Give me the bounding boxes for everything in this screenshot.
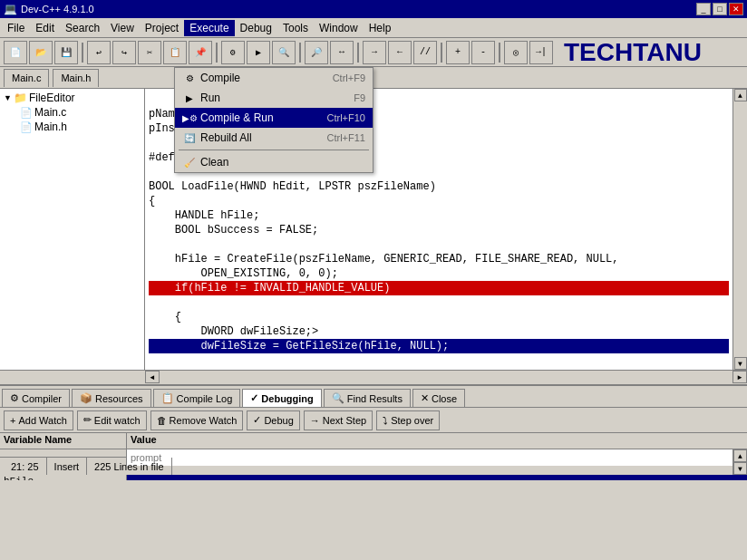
run-menu-item[interactable]: ▶ Run F9 (175, 88, 373, 108)
rebuild-icon: 🔄 (182, 130, 197, 145)
scroll-right[interactable]: ► (732, 371, 747, 383)
compile-button[interactable]: ⚙ (221, 41, 245, 64)
remove-watch-button[interactable]: 🗑 Remove Watch (150, 410, 244, 430)
maximize-button[interactable]: □ (713, 3, 727, 15)
unindent-button[interactable]: ← (388, 41, 412, 64)
debug-run-label: Debug (264, 415, 293, 426)
minimize-button[interactable]: _ (696, 3, 711, 15)
code-line-6: BOOL LoadFile(HWND hEdit, LPSTR pszFileN… (149, 180, 436, 193)
undo-button[interactable]: ↩ (87, 41, 111, 64)
indent-button[interactable]: → (363, 41, 386, 64)
menu-tools[interactable]: Tools (277, 20, 314, 36)
cut-button[interactable]: ✂ (138, 41, 161, 64)
run-button[interactable]: ▶ (247, 41, 270, 64)
menu-view[interactable]: View (105, 20, 140, 36)
hscrollbar: ◄ ► (0, 370, 747, 384)
save-button[interactable]: 💾 (54, 41, 78, 64)
paste-button[interactable]: 📌 (189, 41, 212, 64)
app-window: 💻 Dev-C++ 4.9.1.0 _ □ ✕ File Edit Search… (0, 0, 747, 560)
watch-scroll-up[interactable]: ▲ (733, 449, 747, 462)
file-tabs-bar: Main.c Main.h (0, 67, 747, 89)
redo-button[interactable]: ↪ (112, 41, 136, 64)
edit-watch-button[interactable]: ✏ Edit watch (77, 410, 147, 430)
watch-col-value-header: Value (127, 433, 732, 449)
debugging-icon: ✓ (250, 392, 258, 404)
expand-icon: ▼ (4, 93, 12, 102)
compile-run-menu-item[interactable]: ▶⚙ Compile & Run Ctrl+F10 (175, 108, 373, 128)
code-line-14: { (149, 311, 181, 323)
scroll-up[interactable]: ▲ (734, 89, 747, 101)
zoom-in-button[interactable]: + (446, 41, 470, 64)
hscroll-track[interactable]: ◄ ► (145, 371, 747, 384)
tab-compiler[interactable]: ⚙ Compiler (2, 389, 70, 407)
toggle-button[interactable]: ◎ (504, 41, 528, 64)
add-watch-label: Add Watch (18, 415, 66, 426)
watch-var-value (127, 475, 747, 480)
hscroll-sidebar-space (0, 371, 145, 384)
copy-button[interactable]: 📋 (163, 41, 187, 64)
code-line-15: DWORD dwFileSize;> (149, 325, 318, 338)
menu-file[interactable]: File (2, 20, 30, 36)
menu-project[interactable]: Project (140, 20, 184, 36)
comment-button[interactable]: // (413, 41, 437, 64)
watch-scroll-down[interactable]: ▼ (733, 462, 747, 475)
watch-value-input[interactable] (127, 449, 732, 466)
menu-execute[interactable]: Execute (184, 20, 234, 36)
code-vscrollbar[interactable]: ▲ ▼ (732, 89, 747, 370)
new-button[interactable]: 📄 (4, 41, 27, 64)
remove-watch-icon: 🗑 (157, 415, 167, 426)
status-mode: Insert (47, 458, 88, 475)
clean-menu-item[interactable]: 🧹 Clean (175, 152, 373, 172)
clean-icon: 🧹 (182, 155, 197, 169)
menu-separator (179, 150, 369, 150)
close-button[interactable]: ✕ (729, 3, 743, 15)
tab-resources[interactable]: 📦 Resources (72, 389, 151, 407)
replace-button[interactable]: ↔ (330, 41, 354, 64)
menu-window[interactable]: Window (314, 20, 364, 36)
menu-debug[interactable]: Debug (235, 20, 277, 36)
close-tab-label: Close (432, 393, 457, 404)
code-line-9: BOOL bSuccess = FALSE; (149, 224, 318, 237)
file-icon-mainh: 📄 (20, 121, 33, 133)
compile-run-label: Compile & Run (200, 111, 274, 124)
sidebar-mainc[interactable]: 📄 Main.c (2, 105, 142, 120)
close-tab-icon: ✕ (421, 392, 429, 404)
menu-help[interactable]: Help (364, 20, 397, 36)
tab-debugging[interactable]: ✓ Debugging (242, 389, 321, 407)
sidebar-mainh[interactable]: 📄 Main.h (2, 120, 142, 134)
next-step-button[interactable]: → Next Step (304, 410, 373, 430)
open-button[interactable]: 📂 (29, 41, 53, 64)
sidebar-fileeditor[interactable]: ▼ 📁 FileEditor (2, 91, 142, 105)
file-tab-mainc[interactable]: Main.c (4, 69, 49, 87)
watermark: TECHTANU (564, 38, 702, 67)
menu-search[interactable]: Search (60, 20, 105, 36)
debug-run-button[interactable]: ✓ Debug (247, 410, 299, 430)
rebuild-shortcut: Ctrl+F11 (327, 132, 366, 143)
tab-find-results[interactable]: 🔍 Find Results (324, 389, 411, 407)
file-tab-mainh[interactable]: Main.h (53, 69, 99, 87)
add-watch-button[interactable]: + Add Watch (4, 410, 73, 430)
watch-vscroll[interactable]: ▲ ▼ (732, 449, 747, 475)
scroll-left[interactable]: ◄ (145, 371, 160, 383)
compile-menu-item[interactable]: ⚙ Compile Ctrl+F9 (175, 68, 373, 88)
compile-run-shortcut: Ctrl+F10 (327, 112, 366, 123)
toolbar-sep1 (82, 43, 83, 63)
goto-button[interactable]: →| (529, 41, 553, 64)
step-over-button[interactable]: ⤵ Step over (376, 410, 440, 430)
sidebar: ▼ 📁 FileEditor 📄 Main.c 📄 Main.h (0, 89, 145, 370)
rebuild-menu-item[interactable]: 🔄 Rebuild All Ctrl+F11 (175, 128, 373, 148)
watch-vscroll-header (732, 433, 747, 449)
code-line-8: HANDLE hFile; (149, 209, 259, 222)
zoom-out-button[interactable]: - (471, 41, 495, 64)
run-label: Run (200, 92, 220, 104)
hscroll-bar[interactable] (160, 371, 732, 384)
debug-button[interactable]: 🔍 (272, 41, 296, 64)
compile-label: Compile (200, 72, 240, 84)
scroll-down[interactable]: ▼ (734, 357, 747, 370)
find-button[interactable]: 🔎 (305, 41, 328, 64)
tab-compile-log[interactable]: 📋 Compile Log (153, 389, 241, 407)
tab-close[interactable]: ✕ Close (412, 389, 465, 407)
bottom-toolbar: + Add Watch ✏ Edit watch 🗑 Remove Watch … (0, 408, 747, 433)
code-line-7: { (149, 195, 155, 208)
menu-edit[interactable]: Edit (30, 20, 60, 36)
